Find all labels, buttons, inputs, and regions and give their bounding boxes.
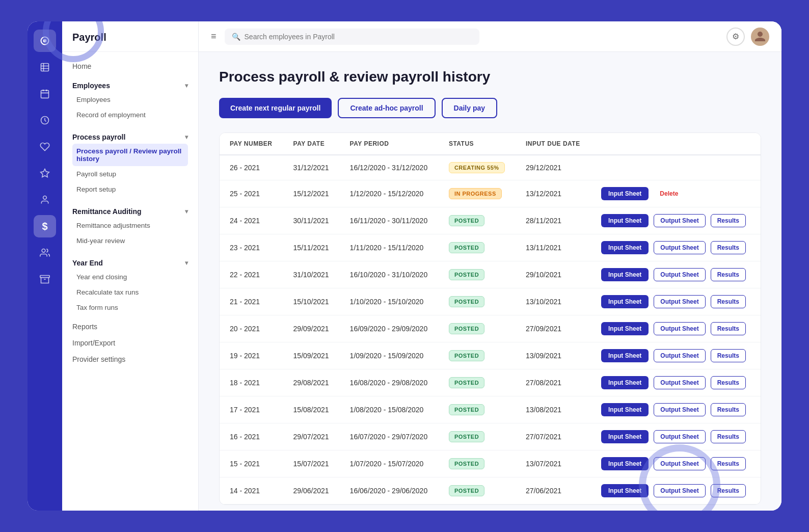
cell-input-due-date: 13/10/2021 [516, 288, 591, 315]
sidebar-item-remittance-adjustments[interactable]: Remittance adjustments [72, 218, 188, 233]
cell-actions: Input SheetOutput SheetResults [591, 369, 761, 396]
cell-actions: Input SheetOutput SheetResults [591, 477, 761, 504]
cell-status: POSTED [439, 423, 516, 450]
sidebar-item-year-end-closing[interactable]: Year end closing [72, 270, 188, 284]
cell-pay-date: 29/07/2021 [283, 423, 340, 450]
icon-bar-calendar[interactable] [34, 83, 56, 105]
cell-actions: Input SheetOutput SheetResults [591, 396, 761, 423]
user-avatar[interactable] [751, 28, 769, 46]
cell-input-due-date: 29/10/2021 [516, 261, 591, 288]
icon-bar-box[interactable] [34, 268, 56, 290]
sidebar-provider-settings[interactable]: Provider settings [62, 351, 198, 367]
results-button[interactable]: Results [711, 349, 746, 362]
cell-pay-period: 1/11/2020 - 15/11/2020 [340, 234, 439, 261]
sidebar-item-recalculate-tax-runs[interactable]: Recalculate tax runs [72, 285, 188, 300]
cell-pay-date: 15/08/2021 [283, 396, 340, 423]
input-sheet-button[interactable]: Input Sheet [601, 322, 649, 335]
search-bar[interactable]: 🔍 [225, 29, 479, 45]
sidebar-import-export[interactable]: Import/Export [62, 335, 198, 351]
sidebar-item-record-employment[interactable]: Record of employment [72, 108, 188, 122]
results-button[interactable]: Results [711, 214, 746, 227]
output-sheet-button[interactable]: Output Sheet [654, 484, 705, 497]
results-button[interactable]: Results [711, 295, 746, 308]
results-button[interactable]: Results [711, 322, 746, 335]
sidebar-item-tax-form-runs[interactable]: Tax form runs [72, 300, 188, 315]
input-sheet-button[interactable]: Input Sheet [601, 403, 649, 416]
results-button[interactable]: Results [711, 241, 746, 254]
cell-pay-period: 16/12/2020 - 31/12/2020 [340, 155, 439, 180]
icon-bar-user[interactable] [34, 189, 56, 211]
chevron-down-icon: ▾ [185, 134, 188, 141]
results-button[interactable]: Results [711, 484, 746, 497]
sidebar-home[interactable]: Home [62, 58, 198, 74]
search-input[interactable] [245, 33, 472, 41]
input-sheet-button[interactable]: Input Sheet [601, 268, 649, 281]
input-sheet-button[interactable]: Input Sheet [601, 484, 649, 497]
output-sheet-button[interactable]: Output Sheet [654, 295, 705, 308]
output-sheet-button[interactable]: Output Sheet [654, 403, 705, 416]
input-sheet-button[interactable]: Input Sheet [601, 430, 649, 443]
output-sheet-button[interactable]: Output Sheet [654, 214, 705, 227]
delete-button[interactable]: Delete [654, 188, 684, 200]
main-content: ≡ 🔍 ⚙ Process payroll & review payroll h… [199, 21, 781, 511]
output-sheet-button[interactable]: Output Sheet [654, 376, 705, 389]
output-sheet-button[interactable]: Output Sheet [654, 349, 705, 362]
input-sheet-button[interactable]: Input Sheet [601, 295, 649, 308]
input-sheet-button[interactable]: Input Sheet [601, 214, 649, 227]
col-actions [591, 133, 761, 155]
cell-pay-period: 1/07/2020 - 15/07/2020 [340, 450, 439, 477]
icon-bar-star[interactable] [34, 162, 56, 184]
cell-pay-number: 16 - 2021 [220, 423, 283, 450]
cell-status: POSTED [439, 315, 516, 342]
results-button[interactable]: Results [711, 430, 746, 443]
results-button[interactable]: Results [711, 403, 746, 416]
settings-button[interactable]: ⚙ [726, 28, 745, 46]
cell-pay-number: 26 - 2021 [220, 155, 283, 180]
topbar-right: ⚙ [726, 28, 769, 46]
results-button[interactable]: Results [711, 457, 746, 470]
sidebar-reports[interactable]: Reports [62, 318, 198, 335]
status-badge: POSTED [449, 458, 484, 469]
daily-pay-button[interactable]: Daily pay [442, 98, 497, 118]
sidebar-item-report-setup[interactable]: Report setup [72, 182, 188, 197]
sidebar-section-process-payroll-header[interactable]: Process payroll ▾ [72, 131, 188, 143]
cell-pay-period: 16/09/2020 - 29/09/2020 [340, 315, 439, 342]
results-button[interactable]: Results [711, 376, 746, 389]
input-sheet-button[interactable]: Input Sheet [601, 187, 649, 200]
input-sheet-button[interactable]: Input Sheet [601, 241, 649, 254]
output-sheet-button[interactable]: Output Sheet [654, 322, 705, 335]
sidebar-section-remittance-header[interactable]: Remittance Auditing ▾ [72, 205, 188, 218]
cell-pay-period: 16/08/2020 - 29/08/2020 [340, 369, 439, 396]
cell-pay-number: 22 - 2021 [220, 261, 283, 288]
icon-bar-clock[interactable] [34, 109, 56, 131]
sidebar-item-employees-list[interactable]: Employees [72, 92, 188, 107]
cell-pay-date: 29/09/2021 [283, 315, 340, 342]
sidebar-item-mid-year-review[interactable]: Mid-year review [72, 233, 188, 248]
input-sheet-button[interactable]: Input Sheet [601, 457, 649, 470]
output-sheet-button[interactable]: Output Sheet [654, 457, 705, 470]
cell-pay-number: 14 - 2021 [220, 477, 283, 504]
create-regular-payroll-button[interactable]: Create next regular payroll [219, 98, 332, 118]
output-sheet-button[interactable]: Output Sheet [654, 430, 705, 443]
create-adhoc-payroll-button[interactable]: Create ad-hoc payroll [338, 98, 435, 118]
svg-point-13 [42, 249, 45, 253]
output-sheet-button[interactable]: Output Sheet [654, 241, 705, 254]
sidebar-section-year-end-header[interactable]: Year End ▾ [72, 257, 188, 269]
icon-bar-home[interactable] [34, 30, 56, 52]
icon-bar-contacts[interactable] [34, 56, 56, 78]
input-sheet-button[interactable]: Input Sheet [601, 376, 649, 389]
cell-pay-number: 23 - 2021 [220, 234, 283, 261]
icon-bar-heart[interactable] [34, 136, 56, 158]
icon-bar-dollar[interactable]: $ [34, 215, 56, 237]
output-sheet-button[interactable]: Output Sheet [654, 268, 705, 281]
sidebar-item-payroll-setup[interactable]: Payroll setup [72, 167, 188, 181]
input-sheet-button[interactable]: Input Sheet [601, 349, 649, 362]
sidebar-item-process-review[interactable]: Process payroll / Review payroll history [72, 144, 188, 166]
sidebar-section-employees-header[interactable]: Employees ▾ [72, 79, 188, 92]
status-badge: IN PROGRESS [449, 188, 502, 199]
cell-input-due-date: 27/07/2021 [516, 423, 591, 450]
cell-status: POSTED [439, 261, 516, 288]
icon-bar-people[interactable] [34, 242, 56, 264]
menu-icon[interactable]: ≡ [211, 31, 217, 42]
results-button[interactable]: Results [711, 268, 746, 281]
